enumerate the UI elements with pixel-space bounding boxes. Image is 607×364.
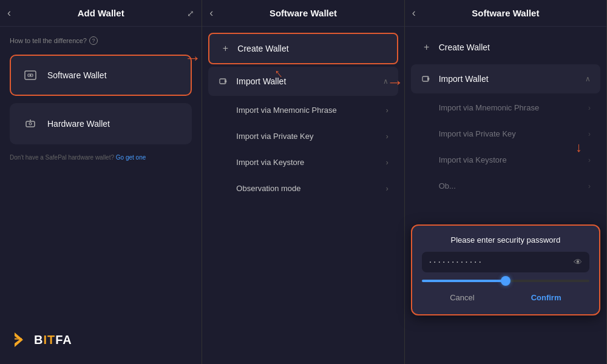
progress-dot	[501, 276, 510, 286]
hardware-wallet-icon	[21, 114, 40, 133]
screen-software-wallet: ‹ Software Wallet + Create Wallet	[202, 0, 404, 364]
import-mnemonic-item-3[interactable]: Import via Mnemonic Phrase ›	[411, 95, 600, 120]
import-private-key-item-3[interactable]: Import via Private Key ›	[411, 121, 600, 146]
observation-mode-label: Observation mode	[236, 184, 300, 193]
import-wallet-icon	[218, 75, 230, 87]
logo-text: BITFA	[34, 333, 72, 347]
import-wallet-left: Import Wallet	[218, 75, 286, 87]
svg-point-2	[30, 75, 32, 76]
create-wallet-icon: +	[219, 42, 231, 55]
import-keystore-label-3: Import via Keystore	[439, 155, 507, 164]
import-wallet-label-3: Import Wallet	[439, 74, 489, 84]
screen3-header: ‹ Software Wallet	[405, 0, 606, 27]
import-keystore-item[interactable]: Import via Keystore ›	[208, 150, 398, 175]
password-strength-bar	[422, 280, 589, 282]
import-expand-icon: ∧	[383, 77, 388, 86]
observation-mode-arrow: ›	[386, 184, 388, 193]
software-wallet-option[interactable]: Software Wallet	[10, 55, 192, 96]
create-wallet-label-3: Create Wallet	[439, 42, 490, 52]
screen3-title: Software Wallet	[472, 8, 539, 18]
expand-button-1[interactable]: ⤢	[187, 8, 194, 18]
screen1-body: How to tell the difference? ? Software W…	[0, 27, 202, 318]
progress-fill	[422, 280, 506, 282]
software-wallet-icon	[21, 66, 40, 85]
hardware-wallet-option[interactable]: Hardware Wallet	[10, 103, 192, 144]
confirm-button[interactable]: Confirm	[519, 291, 574, 305]
dont-have-text: Don't have a SafePal hardware wallet? Go…	[10, 154, 192, 161]
import-wallet-label: Import Wallet	[236, 76, 286, 86]
screen2-header: ‹ Software Wallet	[202, 0, 404, 27]
bitfa-logo-icon	[10, 330, 29, 349]
observation-item-3[interactable]: Ob... ›	[411, 174, 600, 198]
software-wallet-label: Software Wallet	[47, 70, 107, 80]
password-dialog: Please enter security password ·········…	[411, 224, 600, 315]
import-private-key-item[interactable]: Import via Private Key ›	[208, 124, 398, 149]
back-button-1[interactable]: ‹	[7, 7, 11, 19]
svg-point-4	[29, 123, 32, 125]
import-keystore-label: Import via Keystore	[236, 158, 304, 167]
logo-area: BITFA	[0, 318, 202, 364]
eye-icon[interactable]: 👁	[574, 257, 582, 267]
help-text: How to tell the difference?	[10, 37, 87, 44]
cancel-button[interactable]: Cancel	[438, 291, 486, 305]
import-wallet-section[interactable]: Import Wallet ∧	[208, 67, 398, 96]
import-expand-icon-3: ∧	[585, 75, 591, 83]
create-wallet-item-3[interactable]: + Create Wallet	[411, 33, 600, 62]
create-wallet-left-3: + Create Wallet	[421, 41, 490, 53]
screen1-title: Add Wallet	[78, 8, 124, 18]
import-wallet-left-3: Import Wallet	[421, 73, 489, 85]
create-wallet-label: Create Wallet	[237, 44, 288, 53]
import-keystore-arrow: ›	[386, 158, 388, 167]
import-private-key-label: Import via Private Key	[236, 132, 313, 141]
import-private-key-label-3: Import via Private Key	[439, 129, 516, 138]
import-private-key-arrow-3: ›	[588, 130, 591, 138]
import-wallet-section-3[interactable]: Import Wallet ∧	[411, 64, 600, 93]
back-button-2[interactable]: ‹	[209, 7, 213, 19]
password-dots: ············	[429, 257, 483, 268]
import-mnemonic-arrow: ›	[386, 106, 388, 115]
create-wallet-icon-3: +	[421, 41, 433, 53]
import-mnemonic-item[interactable]: Import via Mnemonic Phrase ›	[208, 98, 398, 123]
hardware-wallet-label: Hardware Wallet	[47, 119, 110, 129]
screen2-title: Software Wallet	[270, 8, 337, 18]
create-wallet-left: + Create Wallet	[219, 42, 288, 55]
help-icon[interactable]: ?	[89, 36, 98, 45]
import-keystore-item-3[interactable]: Import via Keystore ›	[411, 147, 600, 172]
screen2-body: + Create Wallet Import Wallet ∧ Import v…	[202, 27, 404, 364]
svg-rect-3	[26, 121, 35, 127]
observation-mode-item[interactable]: Observation mode ›	[208, 176, 398, 201]
import-mnemonic-arrow-3: ›	[588, 104, 591, 112]
dialog-buttons: Cancel Confirm	[422, 291, 589, 305]
import-keystore-arrow-3: ›	[588, 156, 591, 164]
import-mnemonic-label: Import via Mnemonic Phrase	[236, 106, 336, 115]
back-button-3[interactable]: ‹	[412, 7, 416, 19]
import-wallet-icon-3	[421, 73, 433, 85]
screen-add-wallet: ‹ Add Wallet ⤢ How to tell the differenc…	[0, 0, 202, 364]
svg-rect-7	[15, 338, 22, 340]
help-row: How to tell the difference? ?	[10, 36, 192, 45]
import-mnemonic-label-3: Import via Mnemonic Phrase	[439, 103, 539, 112]
create-wallet-item[interactable]: + Create Wallet	[208, 33, 398, 64]
screen-password: ‹ Software Wallet + Create Wallet	[405, 0, 607, 364]
observation-arrow-3: ›	[588, 182, 591, 190]
go-get-one-link[interactable]: Go get one	[116, 154, 146, 161]
import-private-key-arrow: ›	[386, 132, 388, 141]
dialog-title: Please enter security password	[422, 235, 589, 244]
password-input-row[interactable]: ············ 👁	[422, 252, 589, 272]
observation-label-3: Ob...	[439, 181, 456, 190]
screen1-header: ‹ Add Wallet ⤢	[0, 0, 202, 27]
